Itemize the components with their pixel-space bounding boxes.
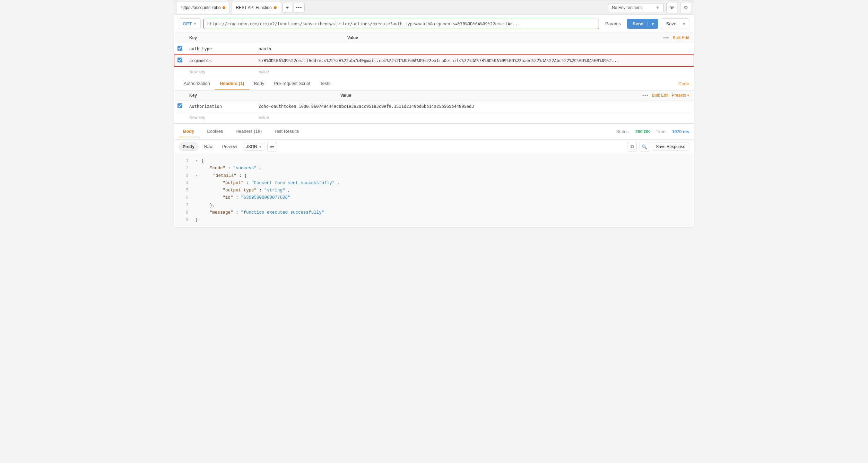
params-more-button[interactable]: •••: [663, 35, 669, 41]
code-line-7: 7 },: [179, 202, 689, 209]
tab-add-button[interactable]: +: [283, 3, 292, 12]
code-line-3: 3 ▾ "details" : {: [179, 172, 689, 180]
code-button[interactable]: Code: [678, 78, 689, 90]
params-row-arguments-checkbox-cell: [174, 55, 186, 67]
tab-pre-request-script[interactable]: Pre-request Script: [269, 77, 315, 90]
format-raw-button[interactable]: Raw: [200, 143, 216, 151]
tab-body[interactable]: Body: [249, 77, 269, 90]
chevron-down-icon: ▼: [656, 5, 660, 10]
search-icon: 🔍: [642, 144, 647, 149]
send-dropdown-icon[interactable]: ▼: [647, 22, 658, 26]
eye-icon: 👁: [669, 5, 675, 10]
environment-dropdown[interactable]: No Environment ▼: [608, 3, 663, 12]
tab-more-button[interactable]: •••: [294, 3, 305, 12]
method-label: GET: [183, 21, 192, 26]
response-tab-cookies[interactable]: Cookies: [203, 126, 227, 137]
status-value: 200 OK: [635, 129, 650, 134]
headers-bulk-edit-button[interactable]: Bulk Edit: [652, 93, 668, 98]
params-row-checkbox-cell: [174, 43, 186, 55]
format-select-dropdown[interactable]: JSON ▼: [243, 143, 265, 151]
tab-bar: https://accounts.zoho REST API Function …: [174, 0, 694, 15]
tab-accounts-zoho-dot: [223, 6, 225, 9]
plus-icon: +: [286, 5, 289, 11]
headers-new-value[interactable]: Value: [255, 112, 694, 123]
tab-headers[interactable]: Headers (1): [215, 77, 249, 90]
headers-key-col-header: Key: [189, 93, 340, 98]
wrap-icon-button[interactable]: ⇌: [267, 142, 277, 152]
save-button[interactable]: Save ▼: [661, 18, 689, 29]
tab-tests[interactable]: Tests: [315, 77, 335, 90]
method-chevron-icon: ▼: [193, 22, 197, 26]
params-row-auth-type-key: auth_type: [186, 43, 255, 55]
response-tab-body[interactable]: Body: [179, 126, 199, 137]
headers-authorization-key: Authorization: [186, 101, 255, 112]
params-value-col-header: Value: [347, 35, 663, 40]
url-input[interactable]: [203, 19, 599, 29]
search-icon-button[interactable]: 🔍: [640, 142, 649, 152]
copy-icon-button[interactable]: ⧉: [627, 142, 637, 152]
gear-icon: ⚙: [684, 5, 688, 11]
headers-more-button[interactable]: •••: [642, 93, 649, 98]
status-label: Status:: [616, 129, 630, 134]
headers-authorization-checkbox[interactable]: [177, 103, 182, 108]
params-row-auth-type-checkbox[interactable]: [177, 46, 182, 51]
code-line-1: 1 ▾ {: [179, 157, 689, 165]
params-key-col-header: Key: [189, 35, 347, 40]
params-row-arguments-checkbox[interactable]: [177, 58, 182, 62]
headers-table: Authorization Zoho-oauthtoken 1000.86074…: [174, 101, 694, 123]
headers-presets-button[interactable]: Presets ▾: [672, 93, 689, 98]
collapse-arrow-3[interactable]: ▾: [196, 173, 198, 178]
params-row-arguments-key: arguments: [186, 55, 255, 67]
response-tab-test-results[interactable]: Test Results: [270, 126, 303, 137]
params-row-arguments-value: %7B%0D%0A%09%22emailAddress%22%3A%22abc%…: [255, 55, 694, 67]
params-new-value[interactable]: Value: [255, 67, 694, 77]
time-label: Time:: [656, 129, 667, 134]
method-select[interactable]: GET ▼: [179, 18, 201, 29]
tab-rest-api-dot: [274, 6, 277, 9]
tab-accounts-zoho-label: https://accounts.zoho: [181, 5, 220, 10]
tab-rest-api[interactable]: REST API Function: [231, 2, 281, 14]
code-line-4: 4 "output" : "Consent form sent successf…: [179, 180, 689, 187]
time-value: 1970 ms: [672, 129, 689, 134]
save-label: Save: [666, 21, 679, 26]
tab-authorization[interactable]: Authorization: [179, 77, 215, 90]
params-row-auth-type-value: oauth: [255, 43, 694, 55]
headers-table-header-row: Key Value ••• Bulk Edit Presets ▾: [174, 91, 694, 101]
eye-icon-button[interactable]: 👁: [666, 2, 677, 13]
settings-icon-button[interactable]: ⚙: [680, 2, 691, 13]
send-button[interactable]: Send ▼: [627, 19, 658, 29]
params-new-row: New key Value: [174, 67, 694, 77]
params-row-auth-type: auth_type oauth: [174, 43, 694, 55]
params-row-arguments: arguments %7B%0D%0A%09%22emailAddress%22…: [174, 55, 694, 67]
params-bulk-edit-button[interactable]: Bulk Edit: [673, 35, 689, 40]
code-line-6: 6 "id" : "63095000000077006": [179, 194, 689, 202]
status-info: Status: 200 OK Time: 1970 ms: [616, 129, 689, 134]
headers-row-authorization: Authorization Zoho-oauthtoken 1000.86074…: [174, 101, 694, 112]
headers-new-row: New key Value: [174, 112, 694, 123]
collapse-arrow-1[interactable]: ▾: [196, 158, 198, 163]
tab-accounts-zoho[interactable]: https://accounts.zoho: [177, 2, 230, 14]
wrap-lines-icon: ⇌: [270, 144, 274, 149]
headers-new-key[interactable]: New key: [186, 112, 255, 123]
tab-rest-api-label: REST API Function: [236, 5, 271, 10]
code-line-9: 9 }: [179, 216, 689, 224]
json-toolbar: Pretty Raw Preview JSON ▼ ⇌ ⧉ 🔍 Save Res…: [174, 140, 694, 154]
send-label: Send: [633, 21, 647, 26]
request-bar: GET ▼ Params Send ▼ Save ▼: [174, 15, 694, 33]
params-button[interactable]: Params: [602, 19, 624, 29]
code-area: 1 ▾ { 2 "code" : "success" , 3 ▾ "detail…: [174, 154, 694, 227]
response-tabs-bar: Body Cookies Headers (18) Test Results S…: [174, 123, 694, 140]
copy-icon: ⧉: [631, 144, 634, 149]
params-table: auth_type oauth arguments %7B%0D%0A%09%2…: [174, 43, 694, 77]
save-dropdown-icon[interactable]: ▼: [679, 22, 689, 26]
headers-authorization-value: Zoho-oauthtoken 1000.8607494449c8bc1e392…: [255, 101, 694, 112]
params-new-key[interactable]: New key: [186, 67, 255, 77]
json-toolbar-right: ⧉ 🔍 Save Response: [627, 142, 689, 152]
request-section-tabs: Authorization Headers (1) Body Pre-reque…: [174, 77, 694, 91]
response-tab-headers[interactable]: Headers (18): [231, 126, 266, 137]
code-line-8: 8 "message" : "function executed success…: [179, 209, 689, 216]
format-preview-button[interactable]: Preview: [218, 143, 241, 151]
format-pretty-button[interactable]: Pretty: [179, 143, 198, 151]
save-response-button[interactable]: Save Response: [652, 143, 689, 151]
format-select-chevron-icon: ▼: [259, 145, 262, 149]
